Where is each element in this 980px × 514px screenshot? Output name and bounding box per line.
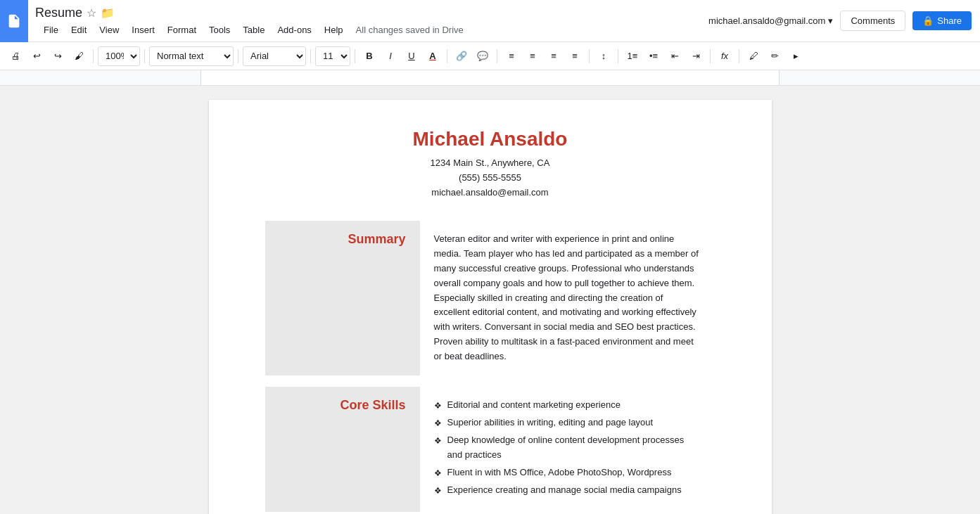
- summary-label-cell: Summary: [265, 221, 420, 375]
- divider-8: [589, 49, 590, 63]
- save-status: All changes saved in Drive: [356, 25, 464, 35]
- font-color-button[interactable]: A: [423, 46, 443, 66]
- divider-6: [447, 49, 447, 63]
- paint-format-button[interactable]: 🖌: [69, 46, 89, 66]
- comments-button[interactable]: Comments: [840, 11, 905, 31]
- summary-content: Veteran editor and writer with experienc…: [420, 221, 715, 375]
- align-justify-button[interactable]: ≡: [565, 46, 585, 66]
- top-right: michael.ansaldo@gmail.com ▾ Comments 🔒 S…: [708, 11, 980, 31]
- core-skills-label-cell: Core Skills: [265, 387, 420, 512]
- font-size-select[interactable]: 11 10 12 14: [315, 46, 350, 66]
- undo-button[interactable]: ↩: [27, 46, 46, 66]
- menu-tools[interactable]: Tools: [203, 23, 236, 37]
- divider-7: [497, 49, 497, 63]
- title-row: Resume ☆ 📁: [35, 6, 466, 20]
- redo-button[interactable]: ↪: [48, 46, 68, 66]
- resume-contact: 1234 Main St., Anywhere, CA (555) 555-55…: [265, 156, 715, 200]
- lock-icon: 🔒: [922, 15, 934, 26]
- menu-format[interactable]: Format: [162, 23, 202, 37]
- numbered-list-button[interactable]: 1≡: [623, 46, 642, 66]
- core-skills-section: Core Skills Editorial and content market…: [265, 387, 715, 512]
- style-select[interactable]: Normal text Heading 1 Heading 2: [149, 46, 234, 66]
- indent-decrease-button[interactable]: ⇤: [665, 46, 685, 66]
- highlight-button[interactable]: 🖊: [744, 46, 763, 66]
- divider-9: [618, 49, 618, 63]
- resume-address: 1234 Main St., Anywhere, CA: [265, 156, 715, 171]
- top-bar: Resume ☆ 📁 File Edit View Insert Format …: [0, 0, 980, 42]
- summary-section: Summary Veteran editor and writer with e…: [265, 221, 715, 375]
- skill-item-1: Editorial and content marketing experien…: [434, 398, 701, 413]
- menu-file[interactable]: File: [38, 23, 64, 37]
- menu-view[interactable]: View: [94, 23, 125, 37]
- font-select[interactable]: Arial Times New Roman Courier New: [243, 46, 306, 66]
- menu-bar: File Edit View Insert Format Tools Table…: [35, 23, 466, 37]
- toolbar: 🖨 ↩ ↪ 🖌 100% 75% 125% Normal text Headin…: [0, 42, 980, 70]
- align-center-button[interactable]: ≡: [523, 46, 542, 66]
- divider-5: [355, 49, 355, 63]
- divider-10: [710, 49, 711, 63]
- align-right-button[interactable]: ≡: [544, 46, 564, 66]
- star-icon[interactable]: ☆: [87, 6, 96, 20]
- divider-1: [93, 49, 94, 63]
- skill-item-3: Deep knowledge of online content develop…: [434, 433, 701, 463]
- skill-item-5: Experience creating and manage social me…: [434, 483, 701, 498]
- title-area: Resume ☆ 📁 File Edit View Insert Format …: [28, 1, 473, 41]
- doc-title[interactable]: Resume: [35, 6, 82, 20]
- resume-name: Michael Ansaldo: [265, 128, 715, 150]
- app-icon: [0, 0, 28, 42]
- ruler: [0, 70, 980, 86]
- skill-item-4: Fluent in with MS Office, Adobe PhotoSho…: [434, 465, 701, 480]
- divider-11: [739, 49, 739, 63]
- resume-email: michael.ansaldo@email.com: [265, 186, 715, 200]
- menu-edit[interactable]: Edit: [65, 23, 92, 37]
- summary-label: Summary: [348, 232, 405, 247]
- skills-list: Editorial and content marketing experien…: [434, 398, 701, 498]
- divider-3: [238, 49, 238, 63]
- bullet-list-button[interactable]: •≡: [644, 46, 663, 66]
- indent-increase-button[interactable]: ⇥: [686, 46, 706, 66]
- share-button[interactable]: 🔒 Share: [912, 11, 972, 30]
- align-left-button[interactable]: ≡: [502, 46, 521, 66]
- bold-button[interactable]: B: [359, 46, 379, 66]
- divider-4: [310, 49, 311, 63]
- comment-inline-button[interactable]: 💬: [473, 46, 492, 66]
- user-email[interactable]: michael.ansaldo@gmail.com ▾: [708, 15, 833, 26]
- pencil-button[interactable]: ✏: [765, 46, 784, 66]
- menu-table[interactable]: Table: [237, 23, 270, 37]
- more-button[interactable]: ▸: [786, 46, 806, 66]
- resume-phone: (555) 555-5555: [265, 171, 715, 186]
- formula-button[interactable]: fx: [715, 46, 734, 66]
- document[interactable]: Michael Ansaldo 1234 Main St., Anywhere,…: [209, 100, 772, 514]
- folder-icon[interactable]: 📁: [101, 6, 115, 20]
- line-spacing-button[interactable]: ↕: [594, 46, 613, 66]
- ruler-inner: [201, 70, 779, 85]
- dropdown-icon: ▾: [828, 15, 833, 26]
- menu-addons[interactable]: Add-ons: [272, 23, 317, 37]
- main-area: Michael Ansaldo 1234 Main St., Anywhere,…: [0, 86, 980, 514]
- italic-button[interactable]: I: [381, 46, 400, 66]
- divider-2: [144, 49, 145, 63]
- print-button[interactable]: 🖨: [6, 46, 25, 66]
- link-button[interactable]: 🔗: [452, 46, 471, 66]
- skill-item-2: Superior abilities in writing, editing a…: [434, 416, 701, 430]
- core-skills-label: Core Skills: [340, 398, 405, 413]
- menu-help[interactable]: Help: [319, 23, 349, 37]
- menu-insert[interactable]: Insert: [126, 23, 160, 37]
- zoom-select[interactable]: 100% 75% 125%: [98, 46, 140, 66]
- underline-button[interactable]: U: [402, 46, 421, 66]
- core-skills-content: Editorial and content marketing experien…: [420, 387, 715, 512]
